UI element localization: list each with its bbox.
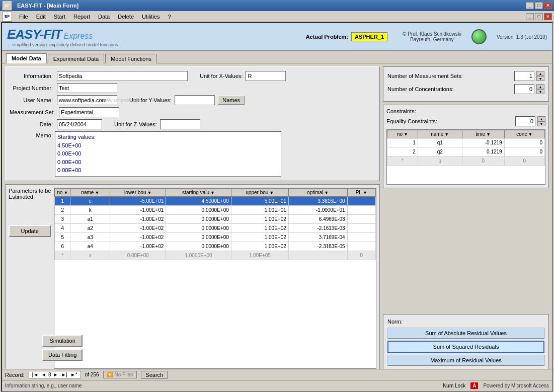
norm-button-0[interactable]: Sum of Absolute Residual Values xyxy=(387,328,544,339)
equality-up[interactable]: ▲ xyxy=(537,116,545,121)
norm-label: Norm: xyxy=(387,319,403,325)
tab-experimental-data[interactable]: Experimental Data xyxy=(48,54,105,63)
unit-x-label: Unit for X-Values: xyxy=(200,73,243,79)
col-name-header[interactable]: name ▼ xyxy=(70,189,110,197)
unit-y-input[interactable] xyxy=(175,95,215,105)
table-row[interactable]: 3 a1 -1.00E+02 0.0000E+00 1.00E+02 6.496… xyxy=(55,215,376,224)
measurement-sets-input[interactable] xyxy=(514,71,534,81)
memo-label: Memo: xyxy=(10,131,55,138)
menu-start[interactable]: Start xyxy=(50,13,69,21)
num-lock-label: Num Lock xyxy=(443,383,465,388)
simulation-button[interactable]: Simulation xyxy=(42,335,83,347)
menu-utilities[interactable]: Utilities xyxy=(138,13,164,21)
equality-down[interactable]: ▼ xyxy=(537,121,545,126)
project-number-input[interactable] xyxy=(57,83,117,93)
names-button[interactable]: Names xyxy=(218,96,245,105)
equality-constraints-input[interactable] xyxy=(515,116,535,126)
left-panel: Information: Unit for X-Values: Project … xyxy=(5,66,380,372)
version-text: Version: 1.3 (Jul 2010) xyxy=(497,34,547,40)
record-nav: |◄ ◄ 8 ► ►| ►* xyxy=(29,371,81,378)
info-text: Information string, e.g., user name xyxy=(5,383,82,388)
c-col-no[interactable]: no ▼ xyxy=(387,130,418,138)
unit-x-row: Unit for X-Values: xyxy=(200,71,286,81)
table-row[interactable]: 5 a3 -1.00E+02 0.0000E+00 1.00E+02 3.716… xyxy=(55,233,376,242)
menu-file[interactable]: File xyxy=(15,13,32,21)
constraints-label: Constraints: xyxy=(386,108,545,114)
tab-model-data[interactable]: Model Data xyxy=(6,53,47,63)
search-button[interactable]: Search xyxy=(141,371,168,379)
maximize-button[interactable]: □ xyxy=(535,2,543,9)
unit-x-input[interactable] xyxy=(246,71,286,81)
copyright-line2: Bayreuth, Germany xyxy=(403,37,461,42)
menu-edit[interactable]: Edit xyxy=(32,13,50,21)
concentrations-up[interactable]: ▲ xyxy=(536,84,544,89)
record-label: Record: xyxy=(5,372,25,378)
measurement-set-input[interactable] xyxy=(59,107,119,117)
c-col-name[interactable]: name ▼ xyxy=(418,130,462,138)
parameters-table: no ▼ name ▼ lower bou ▼ starting valu ▼ … xyxy=(54,188,376,260)
logo-subtitle: ... simplified version: explicitely defi… xyxy=(7,42,118,47)
app-header: EASY-FIT Express ... simplified version:… xyxy=(2,23,552,51)
date-input[interactable] xyxy=(57,119,102,129)
measurement-sets-down[interactable]: ▼ xyxy=(536,76,544,81)
title-bar: EF EASY-FIT - [Main Form] _ □ ✕ xyxy=(0,0,554,11)
menu-data[interactable]: Data xyxy=(94,13,114,21)
menu-delete[interactable]: Delete xyxy=(114,13,138,21)
data-fitting-button[interactable]: Data Fitting xyxy=(42,349,83,361)
close-button[interactable]: ✕ xyxy=(544,2,552,9)
constraint-row-new[interactable]: * q 0 0 xyxy=(387,156,545,166)
col-optimal-header[interactable]: optimal ▼ xyxy=(288,189,347,197)
col-starting-header[interactable]: starting valu ▼ xyxy=(166,189,231,197)
norm-button-2[interactable]: Maximum of Residual Values xyxy=(387,355,544,366)
logo-express: Express xyxy=(64,32,93,41)
constraints-section: Constraints: Equality Constraints: ▲ ▼ n… xyxy=(383,105,549,188)
constraint-row[interactable]: 2 q2 0.1219 0 xyxy=(387,147,545,156)
table-row[interactable]: 6 a4 -1.00E+02 0.0000E+00 1.00E+02 -2.31… xyxy=(55,242,376,251)
table-row-new[interactable]: * x 0.00E+00 1.0000E+00 1.00E+05 0 xyxy=(55,251,376,260)
col-pl-header[interactable]: PL ▼ xyxy=(347,189,375,197)
concentrations-down[interactable]: ▼ xyxy=(536,89,544,94)
no-filter-label: No Filter xyxy=(115,372,134,377)
update-button[interactable]: Update xyxy=(9,225,51,237)
table-row[interactable]: 1 c -5.00E+01 4.5000E+00 5.00E+01 3.3616… xyxy=(55,197,376,206)
table-row[interactable]: 4 a2 -1.00E+02 0.0000E+00 1.00E+02 -2.16… xyxy=(55,224,376,233)
tab-bar: Model Data Experimental Data Model Funct… xyxy=(2,51,552,63)
minimize-button[interactable]: _ xyxy=(526,2,534,9)
col-lower-header[interactable]: lower bou ▼ xyxy=(110,189,166,197)
c-col-conc[interactable]: conc ▼ xyxy=(504,130,544,138)
filter-icon: 🔽 xyxy=(107,372,113,377)
constraint-row[interactable]: 1 q1 -0.1219 0 xyxy=(387,138,545,147)
inner-maximize-btn[interactable]: □ xyxy=(535,13,543,20)
nav-add[interactable]: ►* xyxy=(69,372,78,377)
nav-first[interactable]: |◄ xyxy=(31,372,40,377)
constraints-table: no ▼ name ▼ time ▼ conc ▼ 1 q1 -0.1219 0… xyxy=(387,130,545,166)
record-of: of 256 xyxy=(85,372,99,377)
col-no-header[interactable]: no ▼ xyxy=(55,189,70,197)
concentrations-input[interactable] xyxy=(514,84,534,94)
unit-y-row: Unit for Y-Values: Names xyxy=(129,95,245,105)
nav-prev[interactable]: ◄ xyxy=(40,372,47,377)
norm-button-1[interactable]: Sum of Squared Residuals xyxy=(387,341,544,353)
measurement-sets-up[interactable]: ▲ xyxy=(536,71,544,76)
c-col-time[interactable]: time ▼ xyxy=(462,130,504,138)
action-buttons: Simulation Data Fitting xyxy=(42,335,83,361)
information-input[interactable] xyxy=(57,71,188,81)
menu-bar: EF File Edit Start Report Data Delete Ut… xyxy=(0,11,554,22)
logo-main: EASY-FIT xyxy=(7,27,62,42)
menu-report[interactable]: Report xyxy=(69,13,94,21)
inner-minimize-btn[interactable]: _ xyxy=(526,13,534,20)
nav-next[interactable]: ► xyxy=(52,372,59,377)
measurement-sets-spinner: ▲ ▼ xyxy=(536,71,544,81)
unit-z-input[interactable] xyxy=(160,119,200,129)
project-number-row: Project Number: xyxy=(10,83,375,93)
table-row[interactable]: 2 k -1.00E+01 0.0000E+00 1.00E+01 -1.000… xyxy=(55,206,376,215)
tab-model-functions[interactable]: Model Functions xyxy=(105,54,157,63)
app-icon: EF xyxy=(2,1,12,11)
unit-z-row: Unit for Z-Values: xyxy=(114,119,200,129)
menu-icon: EF xyxy=(2,12,12,22)
col-upper-header[interactable]: upper bou ▼ xyxy=(231,189,288,197)
menu-help[interactable]: ? xyxy=(164,13,175,21)
inner-close-btn[interactable]: ✕ xyxy=(544,13,552,20)
nav-last[interactable]: ►| xyxy=(60,372,68,377)
record-current: 8 xyxy=(48,372,51,377)
